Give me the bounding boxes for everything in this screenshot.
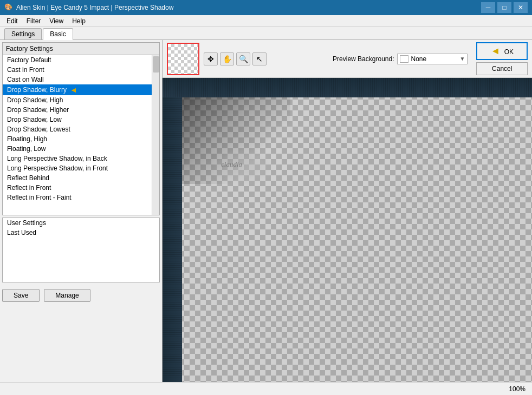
menu-edit[interactable]: Edit xyxy=(2,16,22,26)
list-item[interactable]: Reflect in Front - Faint xyxy=(3,193,152,202)
checker-background: claudia xyxy=(163,78,532,382)
preview-thumbnail xyxy=(167,43,199,75)
ok-arrow-icon: ◄ xyxy=(490,45,500,56)
menu-filter[interactable]: Filter xyxy=(22,16,46,26)
save-button[interactable]: Save xyxy=(2,289,40,302)
preview-bg-selector: Preview Background: None ▼ xyxy=(333,54,468,64)
list-item[interactable]: Drop Shadow, Lowest xyxy=(3,124,152,134)
list-item[interactable]: Drop Shadow, High xyxy=(3,95,152,105)
list-item[interactable]: Reflect Behind xyxy=(3,173,152,183)
scrollbar-thumb xyxy=(153,56,159,73)
ok-cancel-area: ◄ OK Cancel xyxy=(476,42,528,75)
last-used-item[interactable]: Last Used xyxy=(3,228,159,238)
title-bar: 🎨 Alien Skin | Eye Candy 5 Impact | Pers… xyxy=(0,0,532,15)
color-swatch xyxy=(400,55,408,63)
zoom-level: 100% xyxy=(509,385,525,393)
left-panel-buttons: Save Manage xyxy=(2,287,160,304)
status-bar: 100% xyxy=(0,382,532,395)
maximize-button[interactable]: □ xyxy=(497,2,511,13)
watermark-text: claudia xyxy=(221,160,242,169)
dark-texture-top xyxy=(163,78,532,97)
presets-scrollbar[interactable] xyxy=(152,55,159,215)
right-panel: ✥ ✋ 🔍 ↖ Preview Background: None ▼ xyxy=(163,40,532,382)
move-tool-button[interactable]: ✥ xyxy=(204,52,218,65)
zoom-icon: 🔍 xyxy=(239,55,248,63)
list-item[interactable]: Drop Shadow, Low xyxy=(3,115,152,124)
toolbar-icons: ✥ ✋ 🔍 ↖ xyxy=(204,52,267,65)
list-item[interactable]: Drop Shadow, Higher xyxy=(3,105,152,115)
left-panel: Factory Settings Factory Default Cast in… xyxy=(0,40,163,382)
window-title: Alien Skin | Eye Candy 5 Impact | Perspe… xyxy=(16,4,173,11)
list-item[interactable]: Reflect in Front xyxy=(3,183,152,193)
cancel-button[interactable]: Cancel xyxy=(476,62,528,75)
menu-view[interactable]: View xyxy=(45,16,68,26)
list-item[interactable]: Long Perspective Shadow, in Back xyxy=(3,154,152,163)
hand-icon: ✋ xyxy=(223,55,232,63)
presets-list-container[interactable]: Factory Default Cast in Front Cast on Wa… xyxy=(3,55,152,215)
list-item[interactable]: Factory Default xyxy=(3,55,152,65)
selection-arrow-icon: ◄ xyxy=(70,85,77,94)
dropdown-arrow-icon: ▼ xyxy=(460,56,465,62)
preview-top-bar: ✥ ✋ 🔍 ↖ Preview Background: None ▼ xyxy=(163,40,532,78)
zoom-tool-button[interactable]: 🔍 xyxy=(236,52,250,65)
hand-tool-button[interactable]: ✋ xyxy=(220,52,234,65)
window-controls: ─ □ ✕ xyxy=(481,2,528,13)
user-settings-item[interactable]: User Settings xyxy=(3,218,159,228)
pointer-icon: ↖ xyxy=(256,55,263,63)
pointer-tool-button[interactable]: ↖ xyxy=(252,52,267,65)
preview-bg-label: Preview Background: xyxy=(333,55,394,63)
tabs-bar: Settings Basic xyxy=(0,27,532,40)
presets-section: Factory Settings Factory Default Cast in… xyxy=(2,42,160,215)
preview-bg-value: None xyxy=(411,55,457,63)
menu-help[interactable]: Help xyxy=(68,16,90,26)
list-item[interactable]: Long Perspective Shadow, in Front xyxy=(3,163,152,173)
tab-basic[interactable]: Basic xyxy=(43,28,73,40)
manage-button[interactable]: Manage xyxy=(44,289,90,302)
list-item-selected[interactable]: Drop Shadow, Blurry ◄ xyxy=(3,84,152,95)
preview-bg-dropdown[interactable]: None ▼ xyxy=(397,54,468,64)
thumbnail-image xyxy=(168,44,198,74)
presets-list: Factory Default Cast in Front Cast on Wa… xyxy=(3,55,152,202)
close-button[interactable]: ✕ xyxy=(514,2,528,13)
list-item[interactable]: Cast in Front xyxy=(3,65,152,75)
presets-header: Factory Settings xyxy=(3,43,159,55)
dark-texture-left xyxy=(163,97,182,382)
move-icon: ✥ xyxy=(207,55,214,63)
list-item[interactable]: Floating, Low xyxy=(3,144,152,154)
ok-button[interactable]: ◄ OK xyxy=(476,42,528,60)
list-item[interactable]: Floating, High xyxy=(3,134,152,144)
minimize-button[interactable]: ─ xyxy=(481,2,495,13)
menu-bar: Edit Filter View Help xyxy=(0,15,532,27)
user-settings-section: User Settings Last Used xyxy=(2,218,160,282)
app-icon: 🎨 xyxy=(4,3,13,12)
tab-settings[interactable]: Settings xyxy=(4,28,42,40)
list-item[interactable]: Cast on Wall xyxy=(3,75,152,84)
preview-canvas[interactable]: claudia xyxy=(163,78,532,382)
main-container: Factory Settings Factory Default Cast in… xyxy=(0,40,532,382)
